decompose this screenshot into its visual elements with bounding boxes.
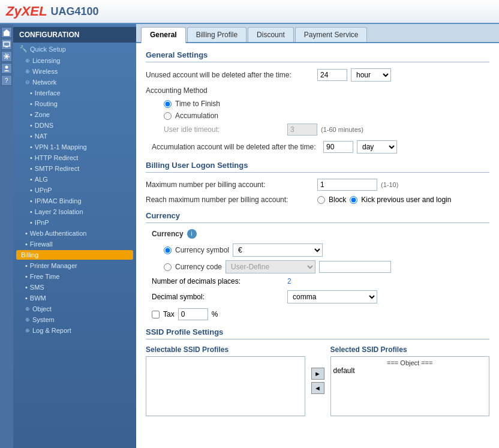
sidebar-item-sms[interactable]: • SMS xyxy=(13,282,136,293)
bullet-icon: • xyxy=(25,294,28,302)
sidebar-item-alg[interactable]: • ALG xyxy=(13,174,136,185)
accumulation-unit-select[interactable]: day hour minute xyxy=(357,140,397,154)
sidebar-item-httpredir[interactable]: • HTTP Redirect xyxy=(13,152,136,163)
currency-code-input[interactable] xyxy=(319,261,391,273)
max-per-account-hint: (1-10) xyxy=(381,181,398,188)
currency-label: Currency xyxy=(152,230,184,238)
sidebar-item-nat[interactable]: • NAT xyxy=(13,131,136,142)
sidebar-item-zone[interactable]: • Zone xyxy=(13,109,136,120)
tab-payment-service[interactable]: Payment Service xyxy=(295,27,368,42)
user-idle-row: User idle timeout: (1-60 minutes) xyxy=(152,124,489,136)
sidebar-item-ipnp[interactable]: • IPnP xyxy=(13,217,136,228)
radio-currency-code[interactable] xyxy=(164,263,172,271)
expand-icon: ⊕ xyxy=(25,306,30,312)
radio-time-finish-row: Time to Finish xyxy=(152,100,489,108)
tab-billing-profile[interactable]: Billing Profile xyxy=(187,27,247,42)
ssid-section: Selectable SSID Profiles ► ◄ Selected SS… xyxy=(146,345,489,416)
sidebar-item-bwm[interactable]: • BWM xyxy=(13,293,136,303)
sidebar-item-routing[interactable]: • Routing xyxy=(13,98,136,109)
accumulation-input[interactable] xyxy=(323,141,353,153)
main-content: General Billing Profile Discount Payment… xyxy=(136,24,499,448)
ssid-object-header: === Object === xyxy=(333,359,487,366)
selected-ssid-box[interactable]: === Object === default xyxy=(330,356,490,416)
icon-user[interactable] xyxy=(1,63,12,74)
ssid-remove-button[interactable]: ◄ xyxy=(311,382,324,394)
sidebar-item-vpn11[interactable]: • VPN 1-1 Mapping xyxy=(13,142,136,152)
selected-ssid-panel: Selected SSID Profiles === Object === de… xyxy=(330,345,490,416)
bullet-icon: • xyxy=(30,197,32,205)
accounting-method-label: Accounting Method xyxy=(146,86,314,95)
reach-max-label: Reach maximum number per billing account… xyxy=(146,196,314,204)
currency-title: Currency xyxy=(146,211,489,223)
sidebar-item-ipmac[interactable]: • IP/MAC Binding xyxy=(13,196,136,206)
radio-currency-symbol[interactable] xyxy=(164,246,172,254)
bullet-icon: • xyxy=(30,154,32,161)
radio-accumulation[interactable] xyxy=(164,112,172,120)
sidebar-item-freetime[interactable]: • Free Time xyxy=(13,271,136,282)
decimal-symbol-select[interactable]: comma period xyxy=(287,290,377,303)
tax-percent: % xyxy=(212,310,218,318)
collapse-icon: ⊖ xyxy=(25,79,30,85)
icon-home[interactable] xyxy=(1,27,12,38)
time-unit-select[interactable]: hour day minute xyxy=(351,68,391,82)
user-idle-hint: (1-60 minutes) xyxy=(321,126,363,133)
max-per-account-input[interactable] xyxy=(317,179,377,191)
sidebar-item-billing[interactable]: Billing xyxy=(16,250,133,260)
sidebar-item-system[interactable]: ⊕ System xyxy=(13,314,136,325)
app-header: ZyXEL UAG4100 xyxy=(0,0,499,24)
sidebar-item-logreport[interactable]: ⊕ Log & Report xyxy=(13,325,136,336)
radio-block-label: Block xyxy=(329,196,346,204)
expand-icon: ⊕ xyxy=(25,317,30,323)
max-per-account-label: Maximum number per billing account: xyxy=(146,181,314,189)
logo-model: UAG4100 xyxy=(50,5,98,18)
content-body: General Settings Unused account will be … xyxy=(136,43,499,423)
decimal-symbol-label: Decimal symbol: xyxy=(152,293,284,301)
radio-accumulation-label: Accumulation xyxy=(175,112,218,120)
svg-marker-1 xyxy=(3,29,10,32)
unused-account-input[interactable] xyxy=(317,69,347,81)
bullet-icon: • xyxy=(25,273,28,280)
bullet-icon: • xyxy=(30,143,32,151)
radio-time-finish-label: Time to Finish xyxy=(175,100,220,108)
currency-info-icon[interactable]: i xyxy=(187,229,197,239)
svg-point-4 xyxy=(5,55,8,58)
radio-block[interactable] xyxy=(317,196,325,204)
sidebar-item-wireless[interactable]: ⊕ Wireless xyxy=(13,66,136,77)
ssid-arrow-controls: ► ◄ xyxy=(311,345,324,416)
svg-point-6 xyxy=(5,66,8,69)
bullet-icon: • xyxy=(30,176,32,183)
icon-bar: ? xyxy=(0,24,13,448)
tab-discount[interactable]: Discount xyxy=(248,27,294,42)
tax-input[interactable] xyxy=(178,308,208,320)
billing-logon-title: Billing User Logon Settings xyxy=(146,161,489,173)
sidebar-item-licensing[interactable]: ⊕ Licensing xyxy=(13,55,136,66)
sidebar-item-upnp[interactable]: • UPnP xyxy=(13,185,136,196)
radio-kick[interactable] xyxy=(350,196,357,204)
ssid-add-button[interactable]: ► xyxy=(311,368,324,380)
sidebar-item-object[interactable]: ⊕ Object xyxy=(13,303,136,314)
sidebar-item-smtpredir[interactable]: • SMTP Redirect xyxy=(13,163,136,174)
icon-help[interactable]: ? xyxy=(1,75,12,86)
sidebar-item-ddns[interactable]: • DDNS xyxy=(13,120,136,131)
sidebar-item-interface[interactable]: • Interface xyxy=(13,88,136,98)
sidebar-item-network[interactable]: ⊖ Network xyxy=(13,77,136,88)
icon-gear[interactable] xyxy=(1,51,12,62)
currency-code-select[interactable]: User-Define xyxy=(226,260,315,273)
selectable-ssid-box[interactable] xyxy=(146,356,305,416)
sidebar-item-layer2[interactable]: • Layer 2 Isolation xyxy=(13,206,136,217)
radio-currency-symbol-label: Currency symbol xyxy=(175,246,229,254)
icon-monitor[interactable] xyxy=(1,39,12,50)
radio-time-to-finish[interactable] xyxy=(164,100,172,108)
sidebar-item-webauth[interactable]: • Web Authentication xyxy=(13,228,136,239)
sidebar-item-printer[interactable]: • Printer Manager xyxy=(13,260,136,271)
tab-general[interactable]: General xyxy=(141,27,186,43)
quick-setup[interactable]: 🔧 Quick Setup xyxy=(13,43,136,55)
tax-checkbox[interactable] xyxy=(152,311,160,318)
sidebar-item-firewall[interactable]: • Firewall xyxy=(13,239,136,249)
sidebar: CONFIGURATION 🔧 Quick Setup ⊕ Licensing … xyxy=(13,24,136,448)
currency-symbol-select[interactable]: € $ £ ¥ xyxy=(233,243,323,257)
bullet-icon: • xyxy=(30,89,32,97)
bullet-icon: • xyxy=(30,187,32,194)
general-settings-title: General Settings xyxy=(146,50,489,62)
expand-icon: ⊕ xyxy=(25,327,30,333)
